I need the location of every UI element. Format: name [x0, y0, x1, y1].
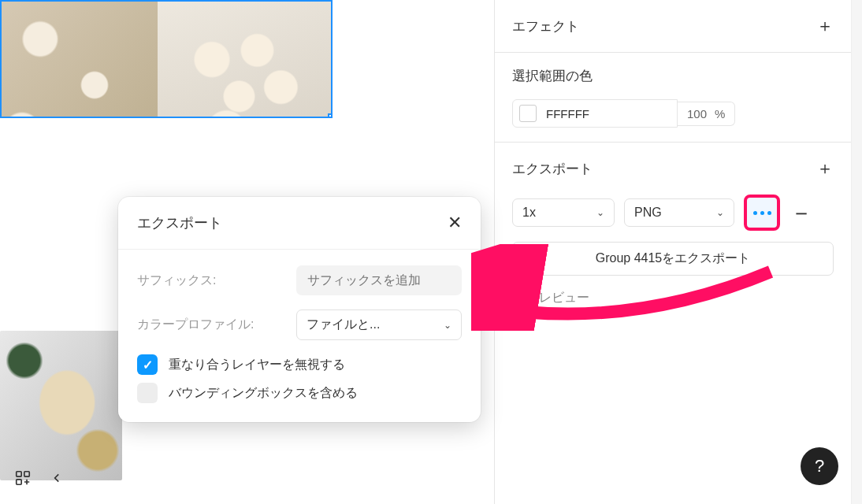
export-section: エクスポート ＋ 1x ⌄ PNG ⌄ －: [495, 143, 851, 321]
color-swatch-control[interactable]: FFFFFF: [512, 99, 678, 128]
suffix-input[interactable]: [296, 265, 462, 295]
svg-rect-2: [24, 472, 29, 476]
svg-rect-1: [17, 480, 21, 484]
ignore-overlapping-label: 重なり合うレイヤーを無視する: [169, 357, 345, 373]
scrollbar-track[interactable]: [851, 0, 862, 504]
export-more-options-button[interactable]: [744, 195, 780, 231]
image-thumbnail[interactable]: [0, 331, 122, 480]
selected-layer-frame[interactable]: [0, 0, 333, 118]
chevron-down-icon: ⌄: [596, 207, 604, 218]
image-thumbnail: [0, 0, 167, 118]
export-format-dropdown[interactable]: PNG ⌄: [624, 198, 734, 227]
suffix-label: サフィックス:: [137, 272, 216, 289]
export-options-popover: エクスポート ✕ サフィックス: カラープロファイル: ファイルと... ⌄ 重…: [118, 197, 481, 422]
popover-title: エクスポート: [137, 213, 222, 232]
opacity-value[interactable]: 100: [687, 107, 707, 120]
export-selection-button[interactable]: Group 4415をエクスポート: [512, 242, 834, 276]
color-hex-value[interactable]: FFFFFF: [546, 107, 589, 120]
close-icon[interactable]: ✕: [448, 213, 462, 233]
export-format-value: PNG: [634, 206, 662, 220]
opacity-unit: %: [715, 107, 725, 120]
help-icon: ?: [815, 456, 824, 476]
chevron-down-icon: ⌄: [716, 207, 724, 218]
add-component-icon[interactable]: [11, 466, 35, 490]
chevron-down-icon: ⌄: [444, 320, 451, 331]
triangle-right-icon: ▶: [512, 293, 518, 303]
resize-handle-icon[interactable]: [328, 113, 333, 118]
dev-handoff-icon[interactable]: [49, 466, 72, 490]
color-swatch-icon[interactable]: [519, 105, 537, 122]
help-button[interactable]: ?: [801, 447, 838, 485]
export-scale-value: 1x: [522, 206, 536, 220]
remove-export-icon[interactable]: －: [790, 209, 813, 217]
add-effect-icon[interactable]: ＋: [816, 14, 834, 38]
selection-colors-heading: 選択範囲の色: [512, 67, 593, 85]
color-row: FFFFFF 100 %: [512, 99, 834, 128]
effects-heading: エフェクト: [512, 17, 579, 35]
selection-colors-section: 選択範囲の色 FFFFFF 100 %: [495, 53, 851, 143]
effects-section: エフェクト ＋: [495, 0, 851, 53]
include-bounding-box-checkbox[interactable]: [137, 383, 158, 403]
export-button-label: Group 4415をエクスポート: [596, 251, 751, 265]
preview-label: プレビュー: [526, 290, 589, 306]
add-export-icon[interactable]: ＋: [816, 157, 834, 180]
include-bounding-box-label: バウンディングボックスを含める: [169, 385, 358, 402]
export-scale-dropdown[interactable]: 1x ⌄: [512, 198, 615, 227]
ellipsis-icon: [753, 211, 771, 215]
export-heading: エクスポート: [512, 160, 593, 178]
bottom-tool-strip: [11, 466, 72, 490]
opacity-control[interactable]: 100 %: [678, 102, 735, 126]
svg-rect-0: [17, 472, 21, 476]
color-profile-dropdown[interactable]: ファイルと... ⌄: [296, 309, 462, 340]
color-profile-value: ファイルと...: [307, 317, 380, 333]
properties-sidebar: エフェクト ＋ 選択範囲の色 FFFFFF 100 % エクスポート: [494, 0, 862, 504]
image-thumbnail: [158, 0, 333, 118]
color-profile-label: カラープロファイル:: [137, 317, 254, 333]
preview-toggle[interactable]: ▶ プレビュー: [512, 290, 834, 306]
ignore-overlapping-checkbox[interactable]: [137, 354, 158, 375]
